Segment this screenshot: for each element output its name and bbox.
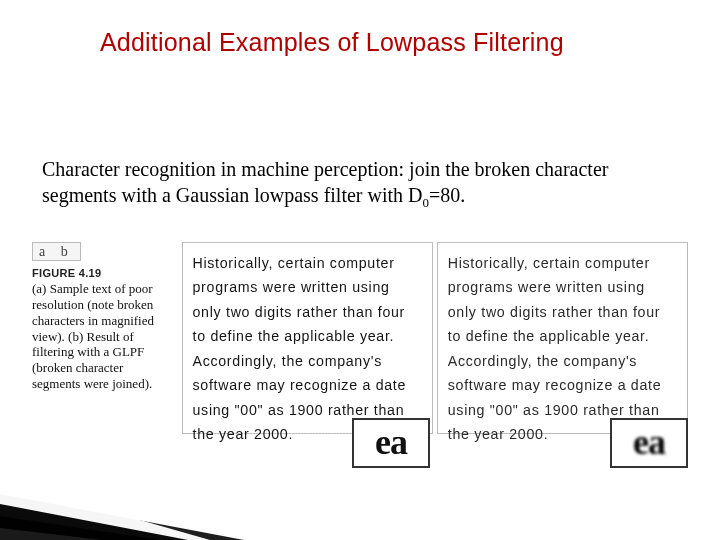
body-paragraph: Character recognition in machine percept… (42, 156, 672, 209)
svg-marker-1 (0, 480, 210, 540)
figure-caption-column: a b FIGURE 4.19 (a) Sample text of poor … (32, 242, 182, 392)
body-text-main: Character recognition in machine percept… (42, 158, 608, 206)
svg-marker-0 (0, 494, 244, 540)
svg-marker-3 (0, 528, 102, 540)
figure-area: a b FIGURE 4.19 (a) Sample text of poor … (32, 242, 688, 434)
figure-label: FIGURE 4.19 (32, 267, 174, 279)
magnifier-a: ea (352, 418, 430, 468)
body-text-tail: =80. (429, 184, 465, 206)
svg-marker-2 (0, 504, 188, 540)
slide-title: Additional Examples of Lowpass Filtering (100, 28, 660, 57)
figure-caption: (a) Sample text of poor resolution (note… (32, 281, 174, 392)
figure-ab-label: a b (32, 242, 81, 261)
magnifier-b-glyph: ea (633, 421, 665, 463)
magnifier-b: ea (610, 418, 688, 468)
figure-panel-a: Historically, certain computer programs … (182, 242, 433, 434)
figure-panel-b: Historically, certain computer programs … (437, 242, 688, 434)
decorative-wedge-icon (0, 450, 260, 540)
svg-marker-4 (0, 516, 160, 540)
magnifier-a-glyph: ea (375, 421, 407, 463)
slide: Additional Examples of Lowpass Filtering… (0, 0, 720, 540)
